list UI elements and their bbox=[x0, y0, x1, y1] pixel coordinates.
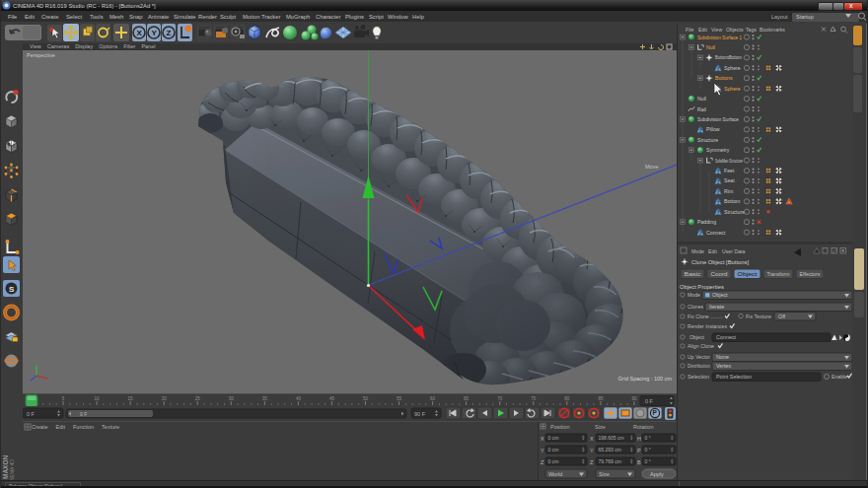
svg-text:Subdivision Surface: Subdivision Surface bbox=[697, 116, 739, 122]
svg-text:View: View bbox=[711, 27, 722, 33]
svg-text:Z: Z bbox=[541, 459, 544, 465]
svg-text:45: 45 bbox=[329, 396, 335, 401]
svg-text:Bookmarks: Bookmarks bbox=[760, 27, 785, 33]
svg-text:Subdivision Surface 1: Subdivision Surface 1 bbox=[697, 35, 742, 40]
svg-text:Sphere: Sphere bbox=[724, 65, 741, 71]
svg-text:None: None bbox=[716, 354, 729, 360]
svg-text:Rotation: Rotation bbox=[633, 424, 654, 430]
svg-text:X: X bbox=[137, 29, 143, 37]
svg-text:0 °: 0 ° bbox=[645, 458, 651, 464]
svg-text:Rail: Rail bbox=[697, 106, 706, 112]
svg-text:90 F: 90 F bbox=[414, 411, 426, 417]
svg-text:85: 85 bbox=[598, 396, 604, 401]
svg-text:S: S bbox=[9, 285, 15, 294]
svg-text:60: 60 bbox=[430, 396, 436, 401]
svg-text:0 cm: 0 cm bbox=[548, 447, 559, 453]
svg-text:Pillow: Pillow bbox=[706, 126, 720, 132]
svg-text:Mode: Mode bbox=[691, 248, 704, 254]
svg-text:Feet: Feet bbox=[724, 168, 735, 174]
svg-text:Object: Object bbox=[689, 334, 705, 340]
svg-text:Sphere: Sphere bbox=[724, 86, 741, 92]
svg-text:World: World bbox=[548, 471, 562, 477]
svg-text:25: 25 bbox=[195, 396, 201, 401]
svg-text:File: File bbox=[686, 27, 693, 33]
svg-text:50: 50 bbox=[363, 396, 369, 401]
svg-text:Tags: Tags bbox=[746, 27, 757, 33]
svg-text:ButtonsBottom: ButtonsBottom bbox=[715, 54, 742, 60]
svg-text:Object: Object bbox=[738, 271, 759, 277]
svg-text:79.769 cm: 79.769 cm bbox=[599, 458, 621, 464]
svg-text:Y: Y bbox=[590, 448, 594, 453]
svg-text:Basic: Basic bbox=[685, 271, 701, 277]
svg-text:Padding: Padding bbox=[697, 219, 716, 225]
svg-text:30: 30 bbox=[229, 396, 235, 401]
svg-text:15: 15 bbox=[128, 396, 134, 401]
svg-text:SofaMan Structure: SofaMan Structure bbox=[715, 158, 743, 164]
svg-text:Y: Y bbox=[152, 29, 158, 37]
svg-text:90: 90 bbox=[631, 396, 637, 401]
svg-text:Iterate: Iterate bbox=[709, 304, 724, 310]
svg-text:20: 20 bbox=[162, 396, 168, 401]
svg-text:Edit: Edit bbox=[698, 27, 707, 33]
svg-text:Mode: Mode bbox=[687, 292, 700, 298]
svg-text:Z: Z bbox=[590, 459, 594, 465]
svg-text:0 F: 0 F bbox=[27, 411, 36, 417]
svg-text:Object Properties: Object Properties bbox=[680, 284, 724, 290]
svg-text:Edit: Edit bbox=[708, 248, 717, 254]
svg-text:Apply: Apply bbox=[650, 471, 664, 477]
svg-text:P: P bbox=[637, 448, 641, 453]
svg-text:75: 75 bbox=[531, 396, 537, 401]
svg-text:Structure: Structure bbox=[697, 137, 718, 143]
svg-text:0 F: 0 F bbox=[80, 411, 87, 417]
svg-text:Transform: Transform bbox=[767, 271, 790, 277]
svg-text:Connect: Connect bbox=[716, 334, 737, 340]
svg-text:Y: Y bbox=[541, 448, 544, 453]
svg-text:X: X bbox=[541, 436, 544, 442]
svg-text:H: H bbox=[637, 436, 641, 442]
svg-text:0 °: 0 ° bbox=[645, 447, 651, 453]
svg-text:Coord: Coord bbox=[711, 271, 728, 277]
svg-text:55: 55 bbox=[397, 396, 402, 401]
svg-text:Z: Z bbox=[167, 29, 172, 37]
svg-text:User Data: User Data bbox=[722, 248, 745, 254]
svg-text:Structure: Structure bbox=[724, 209, 745, 215]
svg-text:0 °: 0 ° bbox=[645, 435, 651, 441]
svg-text:40: 40 bbox=[296, 396, 302, 401]
svg-text:65: 65 bbox=[464, 396, 470, 401]
svg-text:Fix Texture: Fix Texture bbox=[746, 314, 771, 319]
svg-text:Rim: Rim bbox=[724, 188, 733, 194]
svg-text:Null: Null bbox=[706, 44, 715, 50]
svg-text:80: 80 bbox=[564, 396, 570, 401]
svg-text:Symmetry: Symmetry bbox=[706, 147, 730, 153]
svg-text:65.293 cm: 65.293 cm bbox=[599, 447, 621, 453]
svg-text:Position: Position bbox=[550, 424, 570, 430]
svg-text:0 F: 0 F bbox=[645, 398, 654, 404]
svg-text:Align Clone: Align Clone bbox=[687, 343, 714, 349]
svg-text:Effectors: Effectors bbox=[800, 271, 821, 277]
svg-text:P: P bbox=[653, 409, 658, 416]
svg-text:35: 35 bbox=[262, 396, 268, 401]
svg-text:Size: Size bbox=[599, 471, 610, 477]
svg-text:Distribution: Distribution bbox=[687, 363, 710, 369]
svg-text:Off: Off bbox=[778, 314, 786, 319]
svg-text:Object: Object bbox=[712, 292, 728, 298]
svg-text:Vertex: Vertex bbox=[716, 363, 732, 369]
svg-text:Clones: Clones bbox=[687, 304, 704, 310]
svg-text:X: X bbox=[590, 436, 594, 442]
svg-text:Point Selection: Point Selection bbox=[716, 374, 752, 380]
svg-text:Selection: Selection bbox=[687, 374, 709, 380]
svg-text:Size: Size bbox=[595, 424, 606, 430]
svg-text:Connect: Connect bbox=[706, 230, 726, 236]
svg-text:Fix Clone .........: Fix Clone ......... bbox=[687, 314, 723, 319]
svg-text:Seat: Seat bbox=[724, 177, 735, 183]
svg-text:B: B bbox=[637, 459, 641, 465]
svg-text:Objects: Objects bbox=[726, 27, 744, 33]
svg-text:0 cm: 0 cm bbox=[548, 435, 559, 441]
svg-text:70: 70 bbox=[497, 396, 503, 401]
svg-text:Enable: Enable bbox=[832, 374, 847, 380]
svg-text:5: 5 bbox=[62, 396, 65, 401]
svg-text:Bottom: Bottom bbox=[724, 198, 740, 204]
svg-text:10: 10 bbox=[95, 396, 101, 401]
svg-text:Null: Null bbox=[697, 96, 706, 102]
svg-text:Buttons: Buttons bbox=[715, 75, 733, 81]
